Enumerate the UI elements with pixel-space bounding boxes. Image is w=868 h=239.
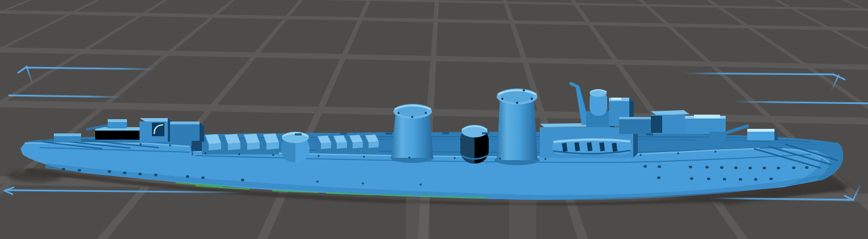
ships-boat (552, 140, 632, 154)
midship-vent-pod (460, 125, 489, 163)
aft-funnel (494, 89, 540, 165)
bow-windlass (54, 133, 81, 142)
3d-viewport[interactable] (0, 0, 868, 239)
forward-funnel (391, 104, 434, 163)
build-plate-background (0, 0, 868, 239)
midship-pedestal (281, 132, 310, 162)
